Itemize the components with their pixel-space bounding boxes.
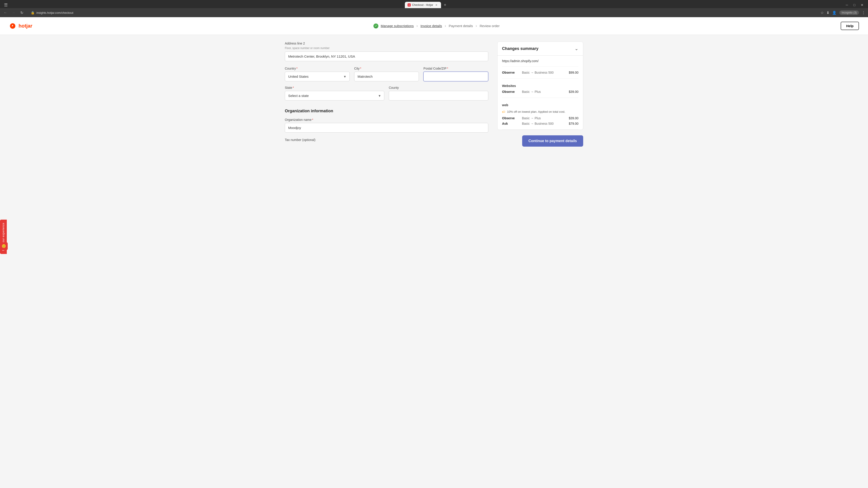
changes-section-1: Observe Basic → Business 500 $99.00 (502, 67, 579, 78)
changes-price-4: $79.00 (569, 122, 579, 125)
changes-summary-panel: Changes summary ⌄ https://admin.shopify.… (497, 41, 583, 130)
city-col: City* (354, 67, 419, 81)
forward-btn[interactable]: → (11, 10, 16, 15)
state-county-row: State* Select a state Alabama Alaska Ari… (285, 86, 488, 101)
more-btn[interactable]: ⋮ (862, 11, 865, 15)
service-label-observe-2: Observe (502, 90, 520, 94)
back-btn[interactable]: ← (3, 10, 8, 15)
changes-from-1: Basic → Business 500 (522, 71, 554, 74)
reload-btn[interactable]: ↻ (19, 10, 24, 15)
country-label: Country* (285, 67, 350, 70)
changes-item-observe-web: Observe Basic → Plus $39.00 (502, 116, 579, 121)
new-tab-btn[interactable]: + (442, 2, 448, 8)
help-button[interactable]: Help (841, 22, 859, 30)
breadcrumb-label-payment: Payment details (449, 24, 473, 28)
breadcrumb-arrow-2: › (445, 24, 446, 28)
changes-item-left-4: Ask Basic → Business 500 (502, 122, 554, 125)
org-name-label: Organization name* (285, 118, 488, 122)
changes-header: Changes summary ⌄ (498, 42, 583, 56)
changes-body: https://admin.shopify.com/ Observe Basic… (498, 56, 583, 130)
logo-text: hotjar (19, 23, 32, 29)
postal-code-input[interactable] (423, 72, 488, 81)
tab-title: Checkout - Hotjar (412, 3, 433, 6)
breadcrumb-manage-subscriptions[interactable]: ✓ Manage subscriptions (373, 24, 414, 29)
postal-code-col: Postal Code/ZIP* (423, 67, 488, 81)
form-area: Address line 2 Floor, space number or ro… (285, 41, 497, 147)
breadcrumb-payment-details: Payment details (449, 24, 473, 28)
breadcrumb-arrow-3: › (475, 24, 477, 28)
discount-text: 10% off on lowest plan. Applied on total… (507, 110, 565, 113)
changes-collapse-btn[interactable]: ⌄ (575, 46, 579, 51)
discount-icon: 🏷 (502, 110, 505, 113)
org-section: Organization information Organization na… (285, 109, 488, 142)
rate-feedback-icon[interactable]: 😊 (0, 242, 8, 250)
close-btn[interactable]: ✕ (859, 3, 865, 7)
changes-item-observe-business: Observe Basic → Business 500 $99.00 (502, 70, 579, 75)
secure-icon: 🔒 (31, 11, 35, 14)
tax-number-label: Tax number (optional) (285, 138, 488, 142)
changes-item-left-3: Observe Basic → Plus (502, 116, 541, 120)
service-label-observe-3: Observe (502, 116, 520, 120)
changes-item-observe-plus: Observe Basic → Plus $39.00 (502, 89, 579, 94)
country-select[interactable]: United States United Kingdom Canada Aust… (285, 72, 350, 81)
profile-btn[interactable]: 👤 (832, 11, 837, 15)
tab-favicon: H (408, 3, 411, 6)
address-bar[interactable]: 🔒 insights.hotjar.com/checkout (27, 9, 818, 16)
breadcrumb-invoice-details[interactable]: Invoice details (421, 24, 442, 28)
browser-menu-btn[interactable]: ☰ (3, 2, 9, 8)
websites-section-name: Websites (502, 82, 579, 89)
country-city-postal-row: Country* United States United Kingdom Ca… (285, 67, 488, 81)
hotjar-logo-icon (9, 22, 16, 30)
incognito-badge: Incognito (3) (839, 10, 859, 15)
postal-code-label: Postal Code/ZIP* (423, 67, 488, 70)
org-name-input[interactable] (285, 123, 488, 133)
shopify-link: https://admin.shopify.com/ (502, 56, 579, 67)
address-line2-group: Address line 2 Floor, space number or ro… (285, 41, 488, 61)
breadcrumb: ✓ Manage subscriptions › Invoice details… (373, 24, 500, 29)
city-label: City* (354, 67, 419, 70)
address-line2-label: Address line 2 (285, 41, 488, 45)
changes-price-3: $39.00 (569, 116, 579, 120)
changes-item-left-1: Observe Basic → Business 500 (502, 71, 554, 74)
discount-row: 🏷 10% off on lowest plan. Applied on tot… (502, 108, 579, 116)
changes-item-left-2: Observe Basic → Plus (502, 90, 541, 94)
service-label-observe-1: Observe (502, 71, 520, 74)
county-label: County (389, 86, 488, 90)
city-input[interactable] (354, 72, 419, 81)
breadcrumb-label-manage: Manage subscriptions (381, 24, 414, 28)
changes-from-3: Basic → Plus (522, 116, 541, 120)
country-select-wrapper: United States United Kingdom Canada Aust… (285, 72, 350, 81)
continue-to-payment-btn[interactable]: Continue to payment details (522, 135, 583, 147)
bookmark-btn[interactable]: ☆ (820, 11, 824, 15)
changes-section-web: web 🏷 10% off on lowest plan. Applied on… (502, 98, 579, 130)
state-col: State* Select a state Alabama Alaska Ari… (285, 86, 384, 101)
feedback-emoji-icon: 😊 (2, 244, 6, 248)
breadcrumb-label-invoice: Invoice details (421, 24, 442, 28)
org-section-title: Organization information (285, 109, 488, 113)
breadcrumb-arrow-1: › (416, 24, 418, 28)
changes-price-2: $39.00 (569, 90, 579, 94)
address-line2-sublabel: Floor, space number or room number (285, 46, 488, 50)
maximize-btn[interactable]: □ (852, 3, 857, 7)
state-select-wrapper: Select a state Alabama Alaska Arizona Ca… (285, 91, 384, 101)
country-col: Country* United States United Kingdom Ca… (285, 67, 350, 81)
breadcrumb-review-order: Review order (480, 24, 500, 28)
active-tab[interactable]: H Checkout - Hotjar ✕ (405, 2, 441, 8)
download-btn[interactable]: ⬇ (827, 11, 829, 15)
changes-from-2: Basic → Plus (522, 90, 541, 94)
changes-title: Changes summary (502, 46, 538, 51)
changes-summary-sidebar: Changes summary ⌄ https://admin.shopify.… (497, 41, 583, 147)
changes-from-4: Basic → Business 500 (522, 122, 554, 125)
state-select[interactable]: Select a state Alabama Alaska Arizona Ca… (285, 91, 384, 101)
address-line2-input[interactable] (285, 52, 488, 61)
state-label: State* (285, 86, 384, 90)
org-name-group: Organization name* (285, 118, 488, 133)
minimize-btn[interactable]: ─ (844, 3, 850, 7)
changes-section-websites: Websites Observe Basic → Plus $39.00 (502, 78, 579, 98)
url-text: insights.hotjar.com/checkout (36, 11, 73, 14)
shopify-url-text: https://admin.shopify.com/ (502, 59, 539, 63)
breadcrumb-label-review: Review order (480, 24, 500, 28)
county-input[interactable] (389, 91, 488, 101)
tab-close-btn[interactable]: ✕ (435, 3, 438, 7)
service-label-ask: Ask (502, 122, 520, 125)
